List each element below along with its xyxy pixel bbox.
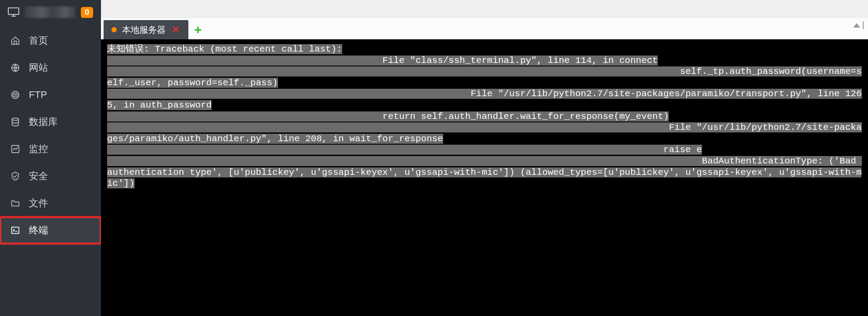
sidebar-item-monitor[interactable]: 监控 <box>0 135 101 163</box>
notification-badge[interactable]: 0 <box>81 7 93 18</box>
sidebar-nav: 首页 网站 FTP 数据库 <box>0 27 101 244</box>
ftp-icon <box>10 90 21 100</box>
tab-local-server[interactable]: 本地服务器 ✕ <box>104 20 188 39</box>
sidebar-item-label: 数据库 <box>29 115 58 128</box>
sidebar-item-security[interactable]: 安全 <box>0 163 101 190</box>
terminal-icon <box>10 226 21 235</box>
sidebar-item-label: 首页 <box>29 34 48 47</box>
top-spacer <box>101 0 868 17</box>
host-name-blurred <box>24 7 76 18</box>
sidebar-header: 0 <box>0 0 101 24</box>
sidebar-item-label: 文件 <box>29 197 48 210</box>
tab-label: 本地服务器 <box>122 24 166 36</box>
sidebar-item-database[interactable]: 数据库 <box>0 108 101 135</box>
terminal-panel[interactable]: 未知错误: Traceback (most recent call last):… <box>101 39 868 316</box>
app-root: 0 首页 网站 FTP <box>0 0 868 316</box>
sidebar-item-label: 终端 <box>29 224 48 237</box>
shield-icon <box>10 171 21 181</box>
sidebar-item-label: 安全 <box>29 170 48 183</box>
sidebar-item-files[interactable]: 文件 <box>0 190 101 217</box>
host-icon <box>8 7 19 17</box>
divider-icon <box>863 21 864 29</box>
sidebar-item-label: 网站 <box>29 61 48 74</box>
sidebar-item-label: 监控 <box>29 142 48 156</box>
sidebar: 0 首页 网站 FTP <box>0 0 101 316</box>
sidebar-item-site[interactable]: 网站 <box>0 54 101 81</box>
terminal-selected-text: 未知错误: Traceback (most recent call last):… <box>107 44 862 188</box>
tabbar-right-controls <box>853 21 864 29</box>
sidebar-item-ftp[interactable]: FTP <box>0 81 101 108</box>
chart-icon <box>10 144 21 154</box>
close-icon[interactable]: ✕ <box>171 24 181 35</box>
collapse-up-icon[interactable] <box>853 23 860 28</box>
sidebar-item-terminal[interactable]: 终端 <box>0 217 101 244</box>
tab-status-dot-icon <box>111 27 117 32</box>
database-icon <box>10 117 21 127</box>
sidebar-item-label: FTP <box>29 89 47 101</box>
home-icon <box>10 36 21 45</box>
svg-point-8 <box>12 118 19 121</box>
main-area: 本地服务器 ✕ + 未知错误: Traceback (most recent c… <box>101 0 868 316</box>
terminal-output: 未知错误: Traceback (most recent call last):… <box>107 44 862 189</box>
svg-rect-10 <box>12 227 19 234</box>
svg-rect-0 <box>8 8 19 14</box>
tab-bar: 本地服务器 ✕ + <box>101 17 868 39</box>
folder-icon <box>10 198 21 208</box>
globe-icon <box>10 63 21 73</box>
sidebar-item-home[interactable]: 首页 <box>0 27 101 54</box>
add-tab-button[interactable]: + <box>188 20 208 39</box>
